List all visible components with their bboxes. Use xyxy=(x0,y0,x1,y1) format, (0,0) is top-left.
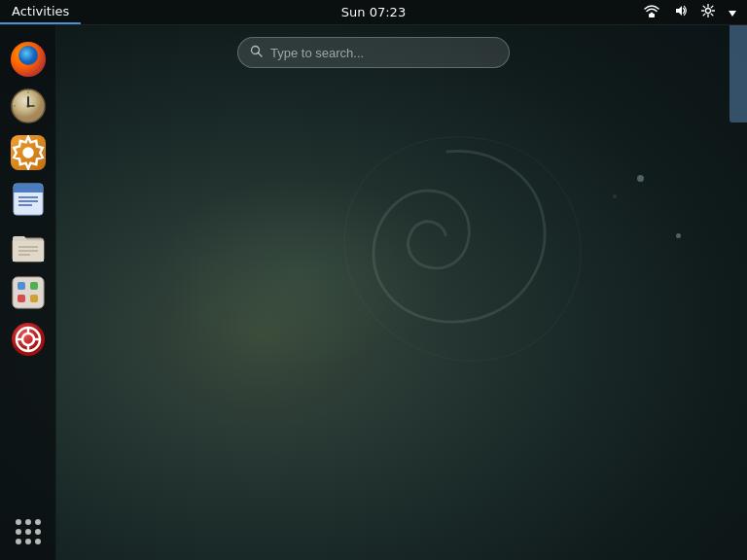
svg-rect-38 xyxy=(18,295,25,302)
dock-item-writer[interactable] xyxy=(8,179,49,220)
svg-rect-36 xyxy=(18,282,25,290)
deco-dot-1 xyxy=(637,175,644,182)
sound-icon[interactable] xyxy=(671,4,691,20)
svg-point-19 xyxy=(27,91,29,93)
clock-icon xyxy=(11,88,46,123)
search-icon xyxy=(250,45,263,60)
svg-rect-37 xyxy=(30,282,38,290)
grid-dot xyxy=(35,529,41,535)
grid-dot xyxy=(35,519,41,525)
grid-dot xyxy=(35,539,41,544)
grid-dot xyxy=(16,529,21,535)
deco-dot-3 xyxy=(613,194,617,198)
top-panel: Activities Sun 07:23 xyxy=(0,0,747,25)
dock-item-firefox[interactable] xyxy=(8,39,49,80)
svg-point-22 xyxy=(14,105,16,107)
files-icon xyxy=(11,228,46,263)
svg-point-21 xyxy=(27,119,29,121)
desktop xyxy=(0,0,747,560)
dock-item-help[interactable] xyxy=(8,319,49,360)
grid-dot xyxy=(25,539,31,544)
grid-dot xyxy=(25,529,31,535)
svg-rect-39 xyxy=(30,295,38,302)
svg-line-10 xyxy=(711,6,713,8)
deco-dot-2 xyxy=(676,233,681,238)
activities-button[interactable]: Activities xyxy=(0,0,81,24)
dock-item-files[interactable] xyxy=(8,226,49,266)
grid-dot xyxy=(25,519,31,525)
svg-marker-12 xyxy=(729,11,736,17)
svg-point-23 xyxy=(22,147,33,158)
svg-marker-2 xyxy=(676,6,682,16)
firefox-icon xyxy=(11,42,46,77)
svg-point-20 xyxy=(41,105,43,107)
dock-item-clock[interactable] xyxy=(8,86,49,126)
clock-display: Sun 07:23 xyxy=(341,5,406,19)
grid-dot xyxy=(16,519,21,525)
debian-swirl xyxy=(311,97,584,369)
workspace-thumbnail[interactable] xyxy=(729,25,747,122)
search-bar[interactable] xyxy=(237,37,510,68)
svg-line-9 xyxy=(711,14,713,16)
dock-item-settings[interactable] xyxy=(8,132,49,173)
dock-item-software[interactable] xyxy=(8,272,49,313)
network-icon[interactable] xyxy=(640,4,663,20)
apps-grid-icon xyxy=(16,519,41,544)
dock-show-apps[interactable] xyxy=(8,511,49,552)
grid-dot xyxy=(16,539,21,544)
svg-point-1 xyxy=(651,13,654,16)
search-bar-container xyxy=(237,37,510,68)
svg-line-11 xyxy=(703,14,705,16)
settings-icon xyxy=(11,135,46,170)
panel-dropdown-arrow[interactable] xyxy=(726,5,739,19)
panel-right-icons xyxy=(640,4,747,20)
svg-rect-26 xyxy=(14,190,43,192)
system-menu-icon[interactable] xyxy=(698,4,718,20)
dock xyxy=(0,25,56,560)
search-input[interactable] xyxy=(270,46,465,60)
svg-line-14 xyxy=(259,53,263,57)
svg-line-8 xyxy=(703,6,705,8)
writer-icon xyxy=(11,182,46,217)
help-icon xyxy=(11,322,46,357)
svg-point-3 xyxy=(706,9,711,14)
software-icon xyxy=(11,275,46,310)
svg-rect-35 xyxy=(13,277,44,308)
